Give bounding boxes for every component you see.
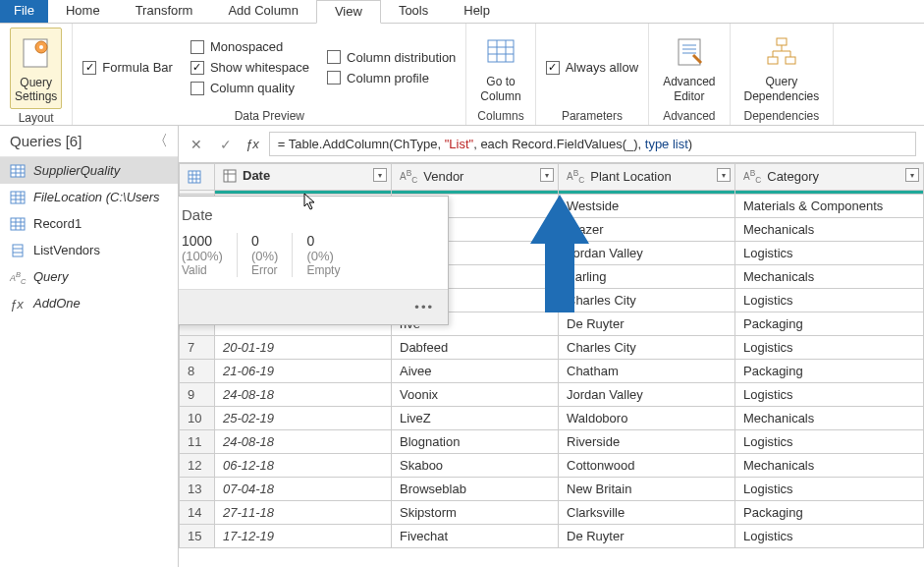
query-item-filelocation-c-users[interactable]: FileLocation (C:\Users [0,184,178,210]
cell-vendor[interactable]: Aivee [392,359,559,382]
menu-view[interactable]: View [316,0,381,24]
cell-category[interactable]: Packaging [735,500,924,524]
check-always-allow[interactable]: ✓ Always allow [546,60,638,75]
cell-plant-location[interactable]: Frazer [559,217,735,241]
filter-dropdown-icon[interactable]: ▾ [717,168,731,182]
query-item-addone[interactable]: ƒxAddOne [0,290,178,316]
svg-rect-3 [488,40,514,62]
menu-transform[interactable]: Transform [118,0,211,23]
cell-plant-location[interactable]: New Britain [559,477,735,500]
cell-vendor[interactable]: Blognation [392,429,559,453]
check-column-profile[interactable]: Column profile [327,71,456,85]
collapse-pane-icon[interactable]: 〈 [153,132,168,150]
column-header-plant-location[interactable]: ABC Plant Location ▾ [559,164,735,191]
cell-plant-location[interactable]: Westside [559,194,735,217]
cell-category[interactable]: Logistics [735,335,924,359]
table-row[interactable]: 1124-08-18BlognationRiversideLogistics [180,429,924,453]
table-row[interactable]: 1517-12-19FivechatDe RuyterLogistics [180,524,924,547]
query-item-supplierquality[interactable]: SupplierQuality [0,157,178,184]
column-header-category[interactable]: ABC Category ▾ [735,164,924,191]
cell-vendor[interactable]: Dabfeed [392,335,559,359]
check-show-whitespace[interactable]: ✓ Show whitespace [190,60,309,75]
cell-category[interactable]: Packaging [735,312,924,335]
table-row[interactable]: 821-06-19AiveeChathamPackaging [180,359,924,382]
cell-date[interactable]: 21-06-19 [215,359,392,382]
cell-category[interactable]: Materials & Components [735,194,924,217]
cell-plant-location[interactable]: Riverside [559,429,735,453]
table-row[interactable]: 720-01-19DabfeedCharles CityLogistics [180,335,924,359]
cell-plant-location[interactable]: Clarksville [559,500,735,524]
query-item-query[interactable]: ABCQuery [0,263,178,290]
cell-category[interactable]: Mechanicals [735,453,924,477]
cell-category[interactable]: Logistics [735,241,924,264]
check-label: Column quality [210,81,295,95]
popover-stat-pct: (0%) [251,249,278,263]
abc-type-icon: ABC [400,168,417,185]
cell-vendor[interactable]: Skaboo [392,453,559,477]
table-row[interactable]: 924-08-18VoonixJordan ValleyLogistics [180,382,924,406]
cell-category[interactable]: Logistics [735,288,924,312]
accept-formula-icon[interactable]: ✓ [216,137,236,152]
cell-category[interactable]: Mechanicals [735,217,924,241]
cell-date[interactable]: 06-12-18 [215,453,392,477]
cell-plant-location[interactable]: Jordan Valley [559,382,735,406]
popover-more-button[interactable]: ••• [179,289,448,324]
advanced-editor-button[interactable]: Advanced Editor [659,29,719,105]
cell-category[interactable]: Mechanicals [735,264,924,288]
cell-date[interactable]: 17-12-19 [215,524,392,547]
menu-add-column[interactable]: Add Column [210,0,316,23]
cell-date[interactable]: 25-02-19 [215,406,392,429]
cell-date[interactable]: 24-08-18 [215,429,392,453]
menu-help[interactable]: Help [446,0,508,23]
cell-plant-location[interactable]: Charles City [559,335,735,359]
query-item-record1[interactable]: Record1 [0,210,178,237]
column-header-vendor[interactable]: ABC Vendor ▾ [392,164,559,191]
cell-date[interactable]: 20-01-19 [215,335,392,359]
formula-input[interactable]: = Table.AddColumn(ChType, "List", each R… [269,132,916,156]
menu-home[interactable]: Home [48,0,118,23]
check-column-distribution[interactable]: Column distribution [327,50,456,65]
cell-vendor[interactable]: Voonix [392,382,559,406]
row-header-corner[interactable] [180,164,215,191]
cell-vendor[interactable]: Fivechat [392,524,559,547]
cell-plant-location[interactable]: Barling [559,264,735,288]
cell-plant-location[interactable]: Waldoboro [559,406,735,429]
goto-column-button[interactable]: Go to Column [476,29,524,105]
check-column-quality[interactable]: Column quality [190,81,309,95]
cell-category[interactable]: Logistics [735,382,924,406]
cell-plant-location[interactable]: Cottonwood [559,453,735,477]
data-grid[interactable]: Date ▾ ABC Vendor ▾ [179,163,924,567]
cell-plant-location[interactable]: De Ruyter [559,312,735,335]
table-row[interactable]: 1307-04-18BrowseblabNew BritainLogistics [180,477,924,500]
cell-vendor[interactable]: Skipstorm [392,500,559,524]
query-settings-button[interactable]: Query Settings [10,28,62,109]
cancel-formula-icon[interactable]: ✕ [187,137,206,152]
filter-dropdown-icon[interactable]: ▾ [540,168,554,182]
column-header-date[interactable]: Date ▾ [215,164,392,191]
cell-category[interactable]: Logistics [735,429,924,453]
query-item-listvendors[interactable]: ListVendors [0,237,178,263]
cell-vendor[interactable]: LiveZ [392,406,559,429]
cell-category[interactable]: Logistics [735,524,924,547]
cell-plant-location[interactable]: De Ruyter [559,524,735,547]
cell-category[interactable]: Packaging [735,359,924,382]
cell-plant-location[interactable]: Charles City [559,288,735,312]
table-row[interactable]: 1025-02-19LiveZWaldoboroMechanicals [180,406,924,429]
cell-date[interactable]: 27-11-18 [215,500,392,524]
cell-category[interactable]: Mechanicals [735,406,924,429]
check-formula-bar[interactable]: ✓ Formula Bar [82,60,173,75]
table-row[interactable]: 1427-11-18SkipstormClarksvillePackaging [180,500,924,524]
cell-plant-location[interactable]: Chatham [559,359,735,382]
check-monospaced[interactable]: Monospaced [190,39,309,54]
table-row[interactable]: 1206-12-18SkabooCottonwoodMechanicals [180,453,924,477]
menu-file[interactable]: File [0,0,48,23]
filter-dropdown-icon[interactable]: ▾ [373,168,387,182]
query-dependencies-button[interactable]: Query Dependencies [740,29,824,105]
cell-date[interactable]: 24-08-18 [215,382,392,406]
cell-plant-location[interactable]: Jordan Valley [559,241,735,264]
cell-vendor[interactable]: Browseblab [392,477,559,500]
menu-tools[interactable]: Tools [381,0,446,23]
cell-date[interactable]: 07-04-18 [215,477,392,500]
cell-category[interactable]: Logistics [735,477,924,500]
filter-dropdown-icon[interactable]: ▾ [905,168,919,182]
